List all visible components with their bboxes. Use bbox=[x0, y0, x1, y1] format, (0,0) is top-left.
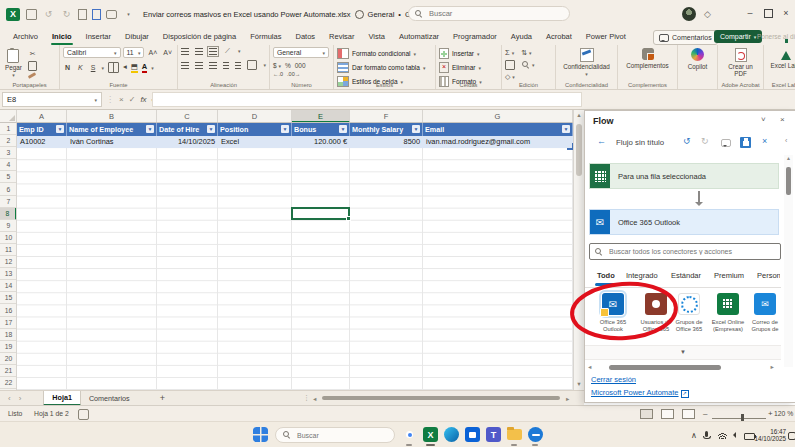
fill-color-swatch[interactable]: ⬒ bbox=[131, 63, 138, 73]
round-app-icon[interactable] bbox=[528, 427, 543, 442]
column-header-E[interactable]: E bbox=[292, 110, 350, 123]
pane-collapse-chevron-icon[interactable]: ˅ bbox=[761, 115, 766, 124]
filter-button[interactable]: ▼ bbox=[562, 125, 570, 133]
connector-search-input[interactable] bbox=[607, 247, 775, 256]
power-automate-link[interactable]: Microsoft Power Automate↗ bbox=[591, 388, 689, 398]
shrink-font-button[interactable]: A˅ bbox=[161, 49, 174, 56]
percent-format-button[interactable]: % bbox=[285, 62, 291, 69]
table-header-cell[interactable]: Emp ID▼ bbox=[17, 123, 67, 136]
tab-vista[interactable]: Vista bbox=[362, 29, 393, 45]
conditional-format-button[interactable]: Formato condicional▾ bbox=[337, 48, 432, 59]
doc-icon[interactable] bbox=[92, 9, 101, 20]
pane-hscrollbar[interactable]: ◄ ► bbox=[587, 363, 779, 372]
group-label[interactable]: Adobe Acrobat bbox=[718, 82, 763, 88]
trigger-card[interactable]: Para una fila seleccionada bbox=[589, 163, 779, 189]
format-as-table-button[interactable]: Dar formato como tabla▾ bbox=[337, 62, 432, 73]
create-pdf-button[interactable]: Crear un PDF bbox=[721, 47, 760, 79]
new-doc-icon[interactable] bbox=[78, 9, 87, 20]
flow-redo-icon[interactable]: ↻ bbox=[701, 136, 709, 146]
row-header-6[interactable]: 6 bbox=[0, 184, 17, 196]
premium-diamond-icon[interactable]: ◇ bbox=[704, 9, 711, 19]
clock[interactable]: 16:47 14/10/2025 bbox=[752, 428, 786, 443]
filter-button[interactable]: ▼ bbox=[281, 125, 289, 133]
autosum-button[interactable]: Σ ▾ bbox=[505, 48, 514, 57]
start-button[interactable] bbox=[253, 427, 268, 442]
filter-button[interactable]: ▼ bbox=[146, 125, 154, 133]
column-header-B[interactable]: B bbox=[67, 110, 157, 123]
flow-save-icon[interactable] bbox=[740, 137, 751, 148]
format-painter-button[interactable] bbox=[28, 72, 36, 79]
catch-up-button[interactable]: Ponerse al día bbox=[757, 33, 795, 40]
filter-button[interactable]: ▼ bbox=[56, 125, 64, 133]
row-header-5[interactable]: 5 bbox=[0, 171, 17, 183]
microphone-icon[interactable] bbox=[705, 431, 708, 437]
sensitivity-label-icon[interactable] bbox=[355, 10, 364, 19]
align-center-button[interactable] bbox=[195, 62, 203, 69]
action-card[interactable]: ✉ Office 365 Outlook bbox=[589, 209, 779, 235]
align-top-button[interactable] bbox=[181, 48, 189, 55]
font-color-chevron-icon[interactable]: ▾ bbox=[151, 65, 154, 71]
decrease-indent-button[interactable] bbox=[223, 62, 229, 69]
store-icon[interactable] bbox=[465, 427, 480, 442]
sign-out-link[interactable]: Cerrar sesión bbox=[591, 375, 636, 384]
row-header-8[interactable]: 8 bbox=[0, 208, 17, 220]
table-cell[interactable]: 8500 bbox=[350, 136, 423, 148]
table-cell[interactable]: Iván Cortinas bbox=[67, 136, 157, 148]
table-cell[interactable]: ivan.mad.rodriguez@gmail.com bbox=[423, 136, 573, 148]
taskbar-search-input[interactable] bbox=[295, 431, 387, 440]
pane-hscroll-left-icon[interactable]: ◄ bbox=[587, 364, 592, 370]
tab-formulas[interactable]: Fórmulas bbox=[243, 29, 288, 45]
filter-button[interactable]: ▼ bbox=[412, 125, 420, 133]
connector-excel-online[interactable]: Excel Online(Empresas) bbox=[709, 293, 747, 332]
minimize-button[interactable]: – bbox=[742, 5, 758, 21]
row-header-10[interactable]: 10 bbox=[0, 232, 17, 244]
group-label[interactable]: Complementos bbox=[618, 82, 677, 88]
scroll-up-icon[interactable]: ▲ bbox=[574, 110, 584, 121]
row-header-22[interactable]: 22 bbox=[0, 377, 17, 389]
zoom-in-icon[interactable]: + bbox=[768, 409, 773, 418]
save-icon[interactable] bbox=[26, 9, 37, 20]
connector-office365-outlook[interactable]: ✉ Office 365Outlook bbox=[594, 293, 632, 332]
row-header-21[interactable]: 21 bbox=[0, 365, 17, 377]
pane-tab-todo[interactable]: Todo bbox=[597, 271, 615, 280]
tab-insertar[interactable]: Insertar bbox=[79, 29, 118, 45]
qat-more-icon[interactable]: ▾ bbox=[122, 8, 135, 21]
teams-icon[interactable]: T bbox=[486, 427, 501, 442]
zoom-slider[interactable] bbox=[712, 418, 766, 419]
wifi-icon[interactable] bbox=[718, 432, 727, 439]
edge-icon[interactable] bbox=[444, 427, 459, 442]
excel-app-icon[interactable]: X bbox=[6, 8, 20, 21]
doc-badge[interactable]: General bbox=[368, 10, 395, 19]
column-header-G[interactable]: G bbox=[423, 110, 573, 123]
tab-disposicion[interactable]: Disposición de página bbox=[156, 29, 243, 45]
group-label[interactable]: Fuente bbox=[60, 82, 177, 88]
tab-datos[interactable]: Datos bbox=[288, 29, 322, 45]
font-size-select[interactable]: 11▾ bbox=[123, 47, 145, 58]
number-format-select[interactable]: General▾ bbox=[273, 47, 329, 58]
pane-tab-integrado[interactable]: Integrado bbox=[626, 271, 658, 280]
pane-tab-personalizado[interactable]: Persona bbox=[757, 271, 780, 280]
vscroll-thumb[interactable] bbox=[576, 124, 582, 176]
tray-chevron-icon[interactable]: ∧ bbox=[691, 431, 697, 440]
filter-button[interactable]: ▼ bbox=[207, 125, 215, 133]
tab-archivo[interactable]: Archivo bbox=[6, 29, 45, 45]
hscroll-right-icon[interactable]: ► bbox=[565, 396, 570, 402]
row-header-11[interactable]: 11 bbox=[0, 244, 17, 256]
currency-format-button[interactable]: $ ▾ bbox=[273, 62, 281, 69]
connector-correo-grupos[interactable]: ✉ Correo deGrupos de bbox=[746, 293, 784, 332]
row-header-15[interactable]: 15 bbox=[0, 292, 17, 304]
group-label[interactable]: Portapapeles bbox=[0, 82, 59, 88]
underline-chevron-icon[interactable]: ▾ bbox=[101, 65, 104, 71]
cancel-entry-icon[interactable]: × bbox=[119, 95, 124, 104]
speaker-icon[interactable] bbox=[731, 432, 736, 438]
insert-function-icon[interactable]: fx bbox=[140, 95, 146, 104]
pane-hscroll-thumb[interactable] bbox=[609, 365, 721, 370]
zoom-out-icon[interactable]: – bbox=[703, 409, 707, 418]
bold-button[interactable]: N bbox=[63, 64, 72, 71]
name-box[interactable]: E8 ▾ bbox=[2, 92, 102, 107]
connector-grupos-office365[interactable]: Grupos deOffice 365 bbox=[670, 293, 708, 332]
row-header-19[interactable]: 19 bbox=[0, 341, 17, 353]
row-header-12[interactable]: 12 bbox=[0, 256, 17, 268]
group-label[interactable]: Celdas bbox=[436, 82, 501, 88]
tab-acrobat[interactable]: Acrobat bbox=[539, 29, 579, 45]
